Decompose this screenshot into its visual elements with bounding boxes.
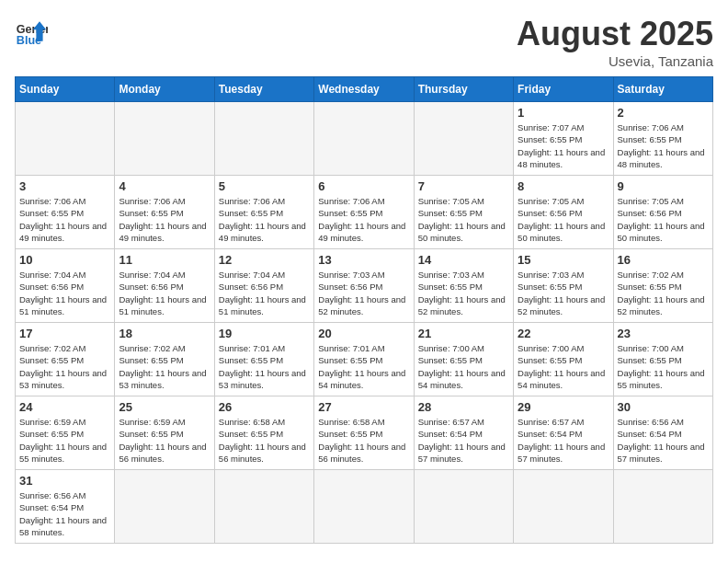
day-of-week-header: Tuesday: [214, 77, 313, 102]
day-number: 8: [518, 179, 609, 193]
calendar-day-cell: 1Sunrise: 7:07 AMSunset: 6:55 PMDaylight…: [514, 102, 613, 176]
calendar-day-cell: [115, 470, 214, 544]
calendar-day-cell: 23Sunrise: 7:00 AMSunset: 6:55 PMDayligh…: [613, 323, 712, 396]
day-info: Sunrise: 6:58 AMSunset: 6:55 PMDaylight:…: [219, 416, 310, 465]
month-title: August 2025: [517, 15, 713, 53]
calendar-day-cell: [314, 470, 414, 544]
day-of-week-header: Thursday: [414, 77, 513, 102]
calendar-day-cell: 15Sunrise: 7:03 AMSunset: 6:55 PMDayligh…: [514, 249, 613, 323]
calendar-week-row: 3Sunrise: 7:06 AMSunset: 6:55 PMDaylight…: [16, 176, 713, 249]
day-info: Sunrise: 7:04 AMSunset: 6:56 PMDaylight:…: [119, 269, 210, 317]
day-info: Sunrise: 7:05 AMSunset: 6:56 PMDaylight:…: [618, 195, 709, 244]
calendar-day-cell: 29Sunrise: 6:57 AMSunset: 6:54 PMDayligh…: [514, 396, 613, 470]
calendar-day-cell: [214, 470, 313, 544]
day-info: Sunrise: 7:01 AMSunset: 6:55 PMDaylight:…: [219, 342, 310, 391]
page-header: General Blue August 2025 Usevia, Tanzani…: [15, 15, 713, 69]
calendar-day-cell: 12Sunrise: 7:04 AMSunset: 6:56 PMDayligh…: [214, 249, 313, 323]
day-of-week-header: Wednesday: [314, 77, 414, 102]
calendar-day-cell: [314, 102, 414, 176]
calendar-week-row: 1Sunrise: 7:07 AMSunset: 6:55 PMDaylight…: [16, 102, 713, 176]
calendar-table: SundayMondayTuesdayWednesdayThursdayFrid…: [15, 76, 713, 544]
day-number: 31: [19, 474, 110, 488]
day-info: Sunrise: 7:05 AMSunset: 6:56 PMDaylight:…: [518, 195, 609, 244]
day-info: Sunrise: 6:57 AMSunset: 6:54 PMDaylight:…: [418, 416, 509, 465]
day-number: 11: [119, 253, 210, 267]
calendar-day-cell: [16, 102, 115, 176]
day-info: Sunrise: 7:02 AMSunset: 6:55 PMDaylight:…: [119, 342, 210, 391]
calendar-week-row: 17Sunrise: 7:02 AMSunset: 6:55 PMDayligh…: [16, 323, 713, 396]
day-info: Sunrise: 6:59 AMSunset: 6:55 PMDaylight:…: [19, 416, 110, 465]
day-number: 25: [119, 400, 210, 414]
day-number: 10: [19, 253, 110, 267]
calendar-day-cell: 27Sunrise: 6:58 AMSunset: 6:55 PMDayligh…: [314, 396, 414, 470]
calendar-day-cell: [514, 470, 613, 544]
location: Usevia, Tanzania: [517, 53, 713, 69]
day-info: Sunrise: 6:59 AMSunset: 6:55 PMDaylight:…: [119, 416, 210, 465]
logo: General Blue: [15, 15, 48, 48]
calendar-day-cell: 19Sunrise: 7:01 AMSunset: 6:55 PMDayligh…: [214, 323, 313, 396]
calendar-day-cell: 5Sunrise: 7:06 AMSunset: 6:55 PMDaylight…: [214, 176, 313, 249]
day-info: Sunrise: 7:05 AMSunset: 6:55 PMDaylight:…: [418, 195, 509, 244]
calendar-day-cell: 6Sunrise: 7:06 AMSunset: 6:55 PMDaylight…: [314, 176, 414, 249]
calendar-day-cell: [214, 102, 313, 176]
calendar-day-cell: [613, 470, 712, 544]
calendar-day-cell: 14Sunrise: 7:03 AMSunset: 6:55 PMDayligh…: [414, 249, 513, 323]
logo-icon: General Blue: [15, 15, 48, 48]
calendar-day-cell: 31Sunrise: 6:56 AMSunset: 6:54 PMDayligh…: [16, 470, 115, 544]
calendar-day-cell: 13Sunrise: 7:03 AMSunset: 6:56 PMDayligh…: [314, 249, 414, 323]
calendar-week-row: 24Sunrise: 6:59 AMSunset: 6:55 PMDayligh…: [16, 396, 713, 470]
calendar-day-cell: 28Sunrise: 6:57 AMSunset: 6:54 PMDayligh…: [414, 396, 513, 470]
day-info: Sunrise: 6:56 AMSunset: 6:54 PMDaylight:…: [618, 416, 709, 465]
calendar-day-cell: 18Sunrise: 7:02 AMSunset: 6:55 PMDayligh…: [115, 323, 214, 396]
calendar-day-cell: 17Sunrise: 7:02 AMSunset: 6:55 PMDayligh…: [16, 323, 115, 396]
calendar-day-cell: 2Sunrise: 7:06 AMSunset: 6:55 PMDaylight…: [613, 102, 712, 176]
day-info: Sunrise: 7:06 AMSunset: 6:55 PMDaylight:…: [318, 195, 409, 244]
calendar-week-row: 31Sunrise: 6:56 AMSunset: 6:54 PMDayligh…: [16, 470, 713, 544]
calendar-week-row: 10Sunrise: 7:04 AMSunset: 6:56 PMDayligh…: [16, 249, 713, 323]
day-info: Sunrise: 7:00 AMSunset: 6:55 PMDaylight:…: [418, 342, 509, 391]
day-number: 2: [618, 106, 709, 120]
day-number: 4: [119, 179, 210, 193]
calendar-day-cell: 8Sunrise: 7:05 AMSunset: 6:56 PMDaylight…: [514, 176, 613, 249]
day-info: Sunrise: 7:07 AMSunset: 6:55 PMDaylight:…: [518, 121, 609, 170]
calendar-day-cell: 3Sunrise: 7:06 AMSunset: 6:55 PMDaylight…: [16, 176, 115, 249]
day-info: Sunrise: 7:03 AMSunset: 6:55 PMDaylight:…: [518, 269, 609, 317]
day-number: 16: [618, 253, 709, 267]
calendar-day-cell: 30Sunrise: 6:56 AMSunset: 6:54 PMDayligh…: [613, 396, 712, 470]
day-info: Sunrise: 7:06 AMSunset: 6:55 PMDaylight:…: [219, 195, 310, 244]
calendar-day-cell: 25Sunrise: 6:59 AMSunset: 6:55 PMDayligh…: [115, 396, 214, 470]
day-number: 29: [518, 400, 609, 414]
day-of-week-header: Friday: [514, 77, 613, 102]
day-number: 5: [219, 179, 310, 193]
day-info: Sunrise: 6:57 AMSunset: 6:54 PMDaylight:…: [518, 416, 609, 465]
day-info: Sunrise: 7:03 AMSunset: 6:55 PMDaylight:…: [418, 269, 509, 317]
day-info: Sunrise: 7:02 AMSunset: 6:55 PMDaylight:…: [19, 342, 110, 391]
calendar-day-cell: 22Sunrise: 7:00 AMSunset: 6:55 PMDayligh…: [514, 323, 613, 396]
calendar-day-cell: 9Sunrise: 7:05 AMSunset: 6:56 PMDaylight…: [613, 176, 712, 249]
day-of-week-header: Monday: [115, 77, 214, 102]
day-number: 20: [318, 327, 409, 340]
day-number: 21: [418, 327, 509, 340]
calendar-day-cell: 4Sunrise: 7:06 AMSunset: 6:55 PMDaylight…: [115, 176, 214, 249]
day-info: Sunrise: 6:58 AMSunset: 6:55 PMDaylight:…: [318, 416, 409, 465]
day-number: 1: [518, 106, 609, 120]
calendar-day-cell: 11Sunrise: 7:04 AMSunset: 6:56 PMDayligh…: [115, 249, 214, 323]
day-info: Sunrise: 7:06 AMSunset: 6:55 PMDaylight:…: [618, 121, 709, 170]
day-info: Sunrise: 7:00 AMSunset: 6:55 PMDaylight:…: [518, 342, 609, 391]
calendar-day-cell: [414, 470, 513, 544]
day-info: Sunrise: 7:00 AMSunset: 6:55 PMDaylight:…: [618, 342, 709, 391]
day-of-week-header: Sunday: [16, 77, 115, 102]
calendar-day-cell: 20Sunrise: 7:01 AMSunset: 6:55 PMDayligh…: [314, 323, 414, 396]
day-info: Sunrise: 7:04 AMSunset: 6:56 PMDaylight:…: [219, 269, 310, 317]
day-info: Sunrise: 7:02 AMSunset: 6:55 PMDaylight:…: [618, 269, 709, 317]
day-number: 26: [219, 400, 310, 414]
day-number: 9: [618, 179, 709, 193]
calendar-day-cell: 10Sunrise: 7:04 AMSunset: 6:56 PMDayligh…: [16, 249, 115, 323]
calendar-day-cell: 26Sunrise: 6:58 AMSunset: 6:55 PMDayligh…: [214, 396, 313, 470]
day-number: 17: [19, 327, 110, 340]
day-number: 23: [618, 327, 709, 340]
day-number: 22: [518, 327, 609, 340]
day-number: 15: [518, 253, 609, 267]
day-info: Sunrise: 7:01 AMSunset: 6:55 PMDaylight:…: [318, 342, 409, 391]
calendar-day-cell: 16Sunrise: 7:02 AMSunset: 6:55 PMDayligh…: [613, 249, 712, 323]
